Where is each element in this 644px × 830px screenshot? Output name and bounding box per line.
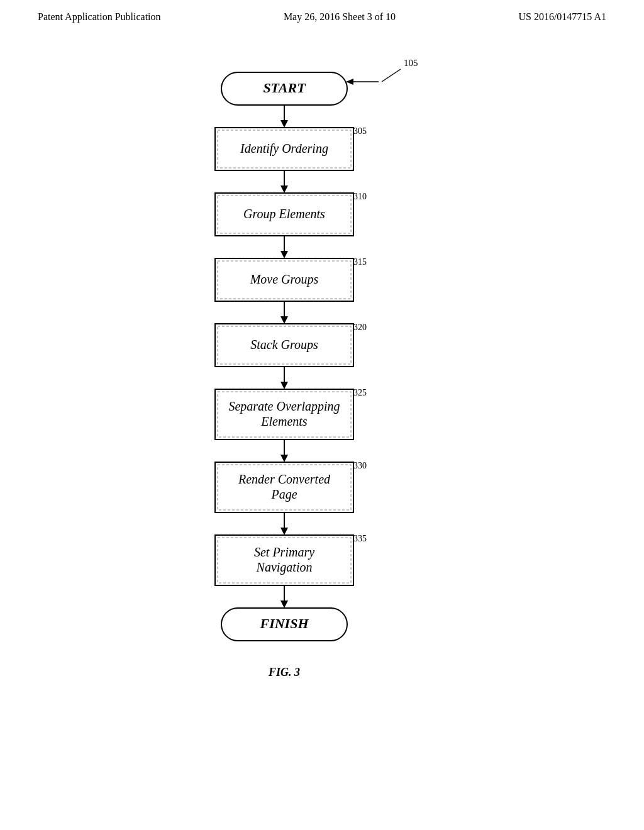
svg-marker-15	[280, 251, 288, 258]
render-line2: Page	[270, 487, 297, 502]
header-left: Patent Application Publication	[38, 11, 161, 23]
move-groups-label: Move Groups	[250, 272, 319, 287]
ref-325: 325	[353, 388, 367, 397]
identify-ordering-label: Identify Ordering	[240, 141, 328, 156]
svg-marker-40	[280, 600, 288, 608]
svg-marker-20	[280, 316, 288, 324]
figure-caption: FIG. 3	[268, 666, 300, 678]
ref-330: 330	[353, 461, 367, 470]
stack-groups-label: Stack Groups	[250, 338, 318, 352]
setnav-line2: Navigation	[256, 560, 313, 575]
render-line1: Render Converted	[238, 472, 331, 486]
start-label: START	[263, 80, 306, 96]
svg-marker-25	[280, 382, 288, 389]
separate-line2: Elements	[260, 414, 308, 428]
ref-335: 335	[353, 534, 367, 543]
ref-105-label: 105	[404, 58, 418, 68]
ref-320: 320	[353, 323, 367, 332]
ref-310: 310	[353, 192, 367, 201]
flowchart-diagram: 105 START 305 Identify Ordering 310 Grou…	[158, 35, 486, 789]
setnav-line1: Set Primary	[254, 545, 314, 560]
svg-marker-5	[280, 120, 288, 128]
separate-line1: Separate Overlapping	[228, 399, 340, 414]
finish-label: FINISH	[259, 616, 309, 631]
svg-marker-30	[280, 455, 288, 462]
ref-315: 315	[353, 257, 367, 267]
svg-marker-10	[280, 185, 288, 193]
svg-marker-35	[280, 528, 288, 535]
group-elements-label: Group Elements	[243, 207, 325, 221]
header-center: May 26, 2016 Sheet 3 of 10	[284, 11, 396, 23]
page-header: Patent Application Publication May 26, 2…	[0, 0, 644, 29]
svg-line-0	[382, 69, 401, 82]
header-right: US 2016/0147715 A1	[518, 11, 606, 23]
ref-305: 305	[353, 126, 367, 136]
